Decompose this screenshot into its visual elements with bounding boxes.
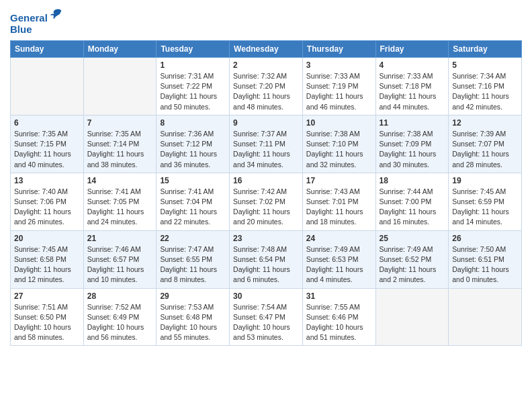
day-info: Sunrise: 7:38 AMSunset: 7:09 PMDaylight:… bbox=[380, 129, 445, 170]
day-cell-15: 15Sunrise: 7:41 AMSunset: 7:04 PMDayligh… bbox=[157, 173, 230, 230]
weekday-thursday: Thursday bbox=[302, 41, 375, 58]
day-number: 1 bbox=[160, 60, 226, 70]
day-cell-1: 1Sunrise: 7:31 AMSunset: 7:22 PMDaylight… bbox=[157, 58, 230, 116]
logo: General Blue bbox=[10, 7, 64, 35]
day-cell-14: 14Sunrise: 7:41 AMSunset: 7:05 PMDayligh… bbox=[83, 173, 157, 230]
day-info: Sunrise: 7:47 AMSunset: 6:55 PMDaylight:… bbox=[160, 244, 226, 285]
day-cell-2: 2Sunrise: 7:32 AMSunset: 7:20 PMDaylight… bbox=[230, 58, 303, 116]
day-cell-30: 30Sunrise: 7:54 AMSunset: 6:47 PMDayligh… bbox=[230, 288, 303, 346]
day-info: Sunrise: 7:34 AMSunset: 7:16 PMDaylight:… bbox=[452, 71, 518, 112]
week-row-3: 20Sunrise: 7:45 AMSunset: 6:58 PMDayligh… bbox=[11, 230, 522, 288]
day-info: Sunrise: 7:35 AMSunset: 7:14 PMDaylight:… bbox=[87, 129, 153, 170]
day-cell-28: 28Sunrise: 7:52 AMSunset: 6:49 PMDayligh… bbox=[83, 288, 157, 346]
day-number: 4 bbox=[380, 60, 445, 70]
day-cell-22: 22Sunrise: 7:47 AMSunset: 6:55 PMDayligh… bbox=[157, 230, 230, 288]
day-info: Sunrise: 7:55 AMSunset: 6:46 PMDaylight:… bbox=[306, 302, 372, 343]
day-info: Sunrise: 7:50 AMSunset: 6:51 PMDaylight:… bbox=[452, 244, 518, 285]
day-info: Sunrise: 7:46 AMSunset: 6:57 PMDaylight:… bbox=[87, 244, 153, 285]
day-cell-31: 31Sunrise: 7:55 AMSunset: 6:46 PMDayligh… bbox=[302, 288, 375, 346]
day-info: Sunrise: 7:35 AMSunset: 7:15 PMDaylight:… bbox=[14, 129, 80, 170]
day-info: Sunrise: 7:31 AMSunset: 7:22 PMDaylight:… bbox=[160, 71, 226, 112]
day-number: 17 bbox=[306, 176, 372, 185]
day-number: 11 bbox=[380, 118, 445, 128]
day-cell-17: 17Sunrise: 7:43 AMSunset: 7:01 PMDayligh… bbox=[302, 173, 375, 230]
day-number: 25 bbox=[380, 234, 445, 243]
day-number: 16 bbox=[233, 176, 299, 185]
day-number: 28 bbox=[87, 291, 153, 301]
day-cell-25: 25Sunrise: 7:49 AMSunset: 6:52 PMDayligh… bbox=[375, 230, 449, 288]
day-info: Sunrise: 7:42 AMSunset: 7:02 PMDaylight:… bbox=[233, 187, 299, 228]
weekday-saturday: Saturday bbox=[449, 41, 522, 58]
weekday-tuesday: Tuesday bbox=[157, 41, 230, 58]
day-info: Sunrise: 7:44 AMSunset: 7:00 PMDaylight:… bbox=[380, 187, 445, 228]
empty-cell bbox=[83, 58, 157, 116]
day-number: 10 bbox=[306, 118, 372, 128]
day-number: 15 bbox=[160, 176, 226, 185]
day-number: 12 bbox=[452, 118, 518, 128]
day-cell-18: 18Sunrise: 7:44 AMSunset: 7:00 PMDayligh… bbox=[375, 173, 449, 230]
day-cell-6: 6Sunrise: 7:35 AMSunset: 7:15 PMDaylight… bbox=[11, 115, 84, 173]
week-row-4: 27Sunrise: 7:51 AMSunset: 6:50 PMDayligh… bbox=[11, 288, 522, 346]
day-number: 7 bbox=[87, 118, 153, 128]
day-cell-11: 11Sunrise: 7:38 AMSunset: 7:09 PMDayligh… bbox=[375, 115, 449, 173]
day-number: 19 bbox=[452, 176, 518, 185]
day-cell-26: 26Sunrise: 7:50 AMSunset: 6:51 PMDayligh… bbox=[449, 230, 522, 288]
day-info: Sunrise: 7:45 AMSunset: 6:58 PMDaylight:… bbox=[14, 244, 80, 285]
empty-cell bbox=[375, 288, 449, 346]
weekday-sunday: Sunday bbox=[11, 41, 84, 58]
day-info: Sunrise: 7:43 AMSunset: 7:01 PMDaylight:… bbox=[306, 187, 372, 228]
day-cell-4: 4Sunrise: 7:33 AMSunset: 7:18 PMDaylight… bbox=[375, 58, 449, 116]
day-number: 30 bbox=[233, 291, 299, 301]
empty-cell bbox=[11, 58, 84, 116]
logo-text: General Blue bbox=[10, 7, 64, 35]
day-cell-9: 9Sunrise: 7:37 AMSunset: 7:11 PMDaylight… bbox=[230, 115, 303, 173]
logo-blue: Blue bbox=[10, 24, 32, 35]
day-info: Sunrise: 7:48 AMSunset: 6:54 PMDaylight:… bbox=[233, 244, 299, 285]
weekday-friday: Friday bbox=[375, 41, 449, 58]
day-info: Sunrise: 7:54 AMSunset: 6:47 PMDaylight:… bbox=[233, 302, 299, 343]
day-info: Sunrise: 7:51 AMSunset: 6:50 PMDaylight:… bbox=[14, 302, 80, 343]
empty-cell bbox=[449, 288, 522, 346]
day-number: 27 bbox=[14, 291, 80, 301]
weekday-wednesday: Wednesday bbox=[230, 41, 303, 58]
day-info: Sunrise: 7:52 AMSunset: 6:49 PMDaylight:… bbox=[87, 302, 153, 343]
day-info: Sunrise: 7:39 AMSunset: 7:07 PMDaylight:… bbox=[452, 129, 518, 170]
day-info: Sunrise: 7:49 AMSunset: 6:53 PMDaylight:… bbox=[306, 244, 372, 285]
day-cell-27: 27Sunrise: 7:51 AMSunset: 6:50 PMDayligh… bbox=[11, 288, 84, 346]
day-number: 20 bbox=[14, 234, 80, 243]
week-row-2: 13Sunrise: 7:40 AMSunset: 7:06 PMDayligh… bbox=[11, 173, 522, 230]
day-cell-5: 5Sunrise: 7:34 AMSunset: 7:16 PMDaylight… bbox=[449, 58, 522, 116]
day-number: 18 bbox=[380, 176, 445, 185]
day-info: Sunrise: 7:33 AMSunset: 7:18 PMDaylight:… bbox=[380, 71, 445, 112]
day-number: 8 bbox=[160, 118, 226, 128]
day-info: Sunrise: 7:41 AMSunset: 7:05 PMDaylight:… bbox=[87, 187, 153, 228]
day-info: Sunrise: 7:36 AMSunset: 7:12 PMDaylight:… bbox=[160, 129, 226, 170]
day-number: 24 bbox=[306, 234, 372, 243]
week-row-0: 1Sunrise: 7:31 AMSunset: 7:22 PMDaylight… bbox=[11, 58, 522, 116]
day-number: 6 bbox=[14, 118, 80, 128]
day-info: Sunrise: 7:45 AMSunset: 6:59 PMDaylight:… bbox=[452, 187, 518, 228]
day-cell-21: 21Sunrise: 7:46 AMSunset: 6:57 PMDayligh… bbox=[83, 230, 157, 288]
day-cell-24: 24Sunrise: 7:49 AMSunset: 6:53 PMDayligh… bbox=[302, 230, 375, 288]
calendar-table: SundayMondayTuesdayWednesdayThursdayFrid… bbox=[10, 40, 522, 346]
day-number: 2 bbox=[233, 60, 299, 70]
day-cell-29: 29Sunrise: 7:53 AMSunset: 6:48 PMDayligh… bbox=[157, 288, 230, 346]
weekday-header-row: SundayMondayTuesdayWednesdayThursdayFrid… bbox=[11, 41, 522, 58]
day-number: 9 bbox=[233, 118, 299, 128]
day-number: 13 bbox=[14, 176, 80, 185]
day-number: 21 bbox=[87, 234, 153, 243]
day-cell-13: 13Sunrise: 7:40 AMSunset: 7:06 PMDayligh… bbox=[11, 173, 84, 230]
day-info: Sunrise: 7:37 AMSunset: 7:11 PMDaylight:… bbox=[233, 129, 299, 170]
day-number: 29 bbox=[160, 291, 226, 301]
week-row-1: 6Sunrise: 7:35 AMSunset: 7:15 PMDaylight… bbox=[11, 115, 522, 173]
day-number: 5 bbox=[452, 60, 518, 70]
day-info: Sunrise: 7:38 AMSunset: 7:10 PMDaylight:… bbox=[306, 129, 372, 170]
day-number: 14 bbox=[87, 176, 153, 185]
day-number: 22 bbox=[160, 234, 226, 243]
day-info: Sunrise: 7:49 AMSunset: 6:52 PMDaylight:… bbox=[380, 244, 445, 285]
day-info: Sunrise: 7:41 AMSunset: 7:04 PMDaylight:… bbox=[160, 187, 226, 228]
day-number: 26 bbox=[452, 234, 518, 243]
day-cell-7: 7Sunrise: 7:35 AMSunset: 7:14 PMDaylight… bbox=[83, 115, 157, 173]
weekday-monday: Monday bbox=[83, 41, 157, 58]
logo-bird-icon bbox=[49, 7, 64, 21]
